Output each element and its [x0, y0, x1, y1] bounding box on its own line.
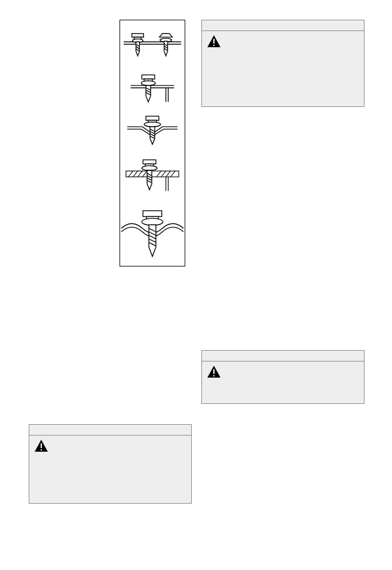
svg-line-34 [137, 171, 142, 177]
svg-line-33 [133, 171, 138, 177]
svg-rect-57 [213, 39, 215, 44]
svg-rect-42 [143, 160, 156, 164]
warning-triangle-icon [207, 35, 221, 48]
svg-point-44 [142, 166, 157, 170]
warning-box-bottom-body [29, 436, 191, 503]
svg-rect-24 [146, 116, 159, 120]
page [0, 0, 392, 570]
svg-point-26 [144, 122, 160, 127]
illustration-screw-bracket [120, 65, 185, 110]
svg-rect-62 [41, 449, 42, 451]
screw-illustrations-panel [120, 20, 185, 266]
warning-box-top-body [202, 31, 364, 106]
svg-line-36 [157, 171, 161, 177]
screw-corrugated-icon [120, 201, 185, 263]
warning-box-top-header [202, 20, 364, 31]
screw-countersink-icon [120, 110, 185, 153]
warning-triangle-icon [207, 365, 221, 378]
svg-line-37 [161, 171, 166, 177]
warning-box-mid-body [202, 361, 364, 403]
warning-triangle-icon [34, 439, 48, 452]
warning-box-bottom-header [29, 425, 191, 436]
two-screws-icon [120, 20, 185, 65]
svg-rect-58 [213, 45, 215, 46]
svg-line-32 [128, 171, 133, 177]
illustration-screw-corrugated [120, 201, 185, 263]
warning-box-mid [201, 350, 365, 404]
illustration-screw-wood [120, 153, 185, 201]
svg-rect-60 [213, 375, 215, 376]
svg-rect-49 [143, 211, 161, 217]
svg-point-51 [142, 218, 163, 225]
svg-line-35 [142, 171, 147, 177]
svg-rect-59 [213, 369, 215, 374]
svg-line-38 [166, 171, 171, 177]
screw-wood-icon [120, 153, 185, 201]
svg-point-20 [141, 81, 155, 85]
illustration-two-screws [120, 20, 185, 65]
warning-box-top [201, 20, 365, 107]
illustration-screw-countersink [120, 110, 185, 153]
warning-box-mid-header [202, 351, 364, 361]
svg-rect-61 [41, 443, 42, 448]
svg-line-39 [170, 171, 175, 177]
svg-rect-4 [132, 33, 144, 37]
svg-rect-18 [142, 75, 155, 79]
warning-box-bottom [29, 424, 192, 504]
screw-bracket-icon [120, 65, 185, 110]
